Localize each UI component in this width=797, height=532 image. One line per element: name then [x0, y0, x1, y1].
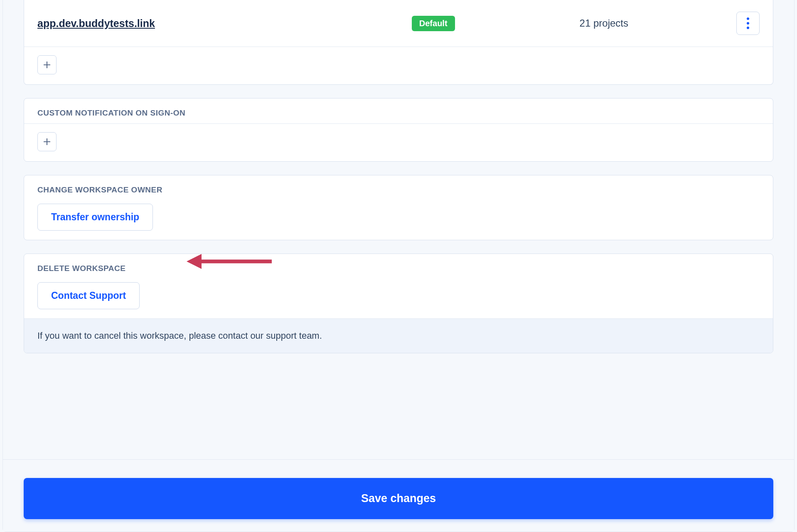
plus-icon	[43, 61, 51, 69]
transfer-ownership-button[interactable]: Transfer ownership	[37, 204, 153, 231]
change-owner-card: CHANGE WORKSPACE OWNER Transfer ownershi…	[24, 175, 773, 240]
domain-link[interactable]: app.dev.buddytests.link	[37, 17, 155, 30]
change-owner-title: CHANGE WORKSPACE OWNER	[24, 175, 773, 202]
domain-row: app.dev.buddytests.link Default 21 proje…	[24, 0, 773, 47]
delete-workspace-info: If you want to cancel this workspace, pl…	[24, 318, 773, 353]
default-badge: Default	[412, 16, 455, 31]
delete-workspace-card: DELETE WORKSPACE Contact Support If you …	[24, 254, 773, 353]
delete-workspace-title: DELETE WORKSPACE	[24, 254, 773, 281]
custom-notification-title: CUSTOM NOTIFICATION ON SIGN-ON	[24, 99, 773, 124]
contact-support-button[interactable]: Contact Support	[37, 282, 140, 309]
add-domain-row	[24, 47, 773, 84]
custom-notification-card: CUSTOM NOTIFICATION ON SIGN-ON	[24, 98, 773, 162]
add-notification-row	[24, 124, 773, 161]
save-changes-button[interactable]: Save changes	[24, 478, 773, 519]
footer: Save changes	[3, 459, 794, 532]
add-domain-button[interactable]	[37, 55, 57, 74]
domain-actions-button[interactable]	[736, 12, 760, 35]
projects-count: 21 projects	[580, 17, 628, 29]
domains-card: app.dev.buddytests.link Default 21 proje…	[24, 0, 773, 85]
more-vertical-icon	[747, 17, 749, 29]
add-notification-button[interactable]	[37, 132, 57, 151]
plus-icon	[43, 138, 51, 146]
